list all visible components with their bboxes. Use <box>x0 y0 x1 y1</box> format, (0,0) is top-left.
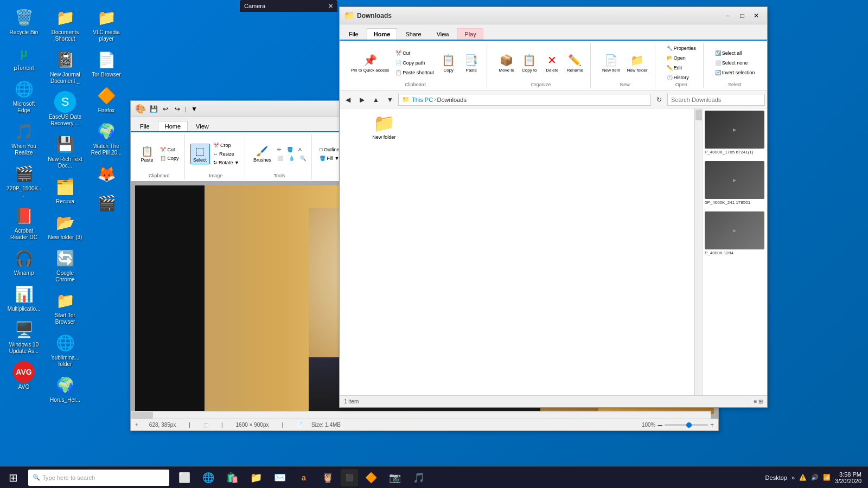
file-item-new-folder[interactable]: 📁 New folder <box>342 111 426 142</box>
text-btn[interactable]: A <box>296 146 304 153</box>
paint-tab-view[interactable]: View <box>189 121 216 131</box>
paint-tab-file[interactable]: File <box>133 121 157 131</box>
desktop-icon-720p[interactable]: 🎬 720P_1500K... <box>4 160 43 201</box>
show-desktop-chevron[interactable]: » <box>792 474 795 481</box>
paste-shortcut-btn[interactable]: 📋 Paste shortcut <box>393 68 437 77</box>
taskbar-task-view[interactable]: ⬜ <box>174 467 195 489</box>
desktop-icon-acrobat[interactable]: 📕 Acrobat Reader DC <box>4 203 43 243</box>
paint-hscroll-thumb[interactable] <box>131 412 153 419</box>
desktop-icon-edge[interactable]: 🌐 Microsoft Edge <box>4 76 43 116</box>
refresh-btn[interactable]: ↻ <box>653 94 665 106</box>
copy-btn[interactable]: 📋 Copy <box>438 52 459 74</box>
vertical-scrollbar[interactable] <box>694 108 702 395</box>
taskbar-mail[interactable]: ✉️ <box>269 467 291 489</box>
tab-share[interactable]: Share <box>398 28 428 40</box>
desktop-icon-new-journal[interactable]: 📓 New Journal Document _ <box>46 47 85 87</box>
minimize-button[interactable]: ─ <box>722 10 735 21</box>
zoom-in-btn[interactable]: + <box>710 421 714 429</box>
up-button[interactable]: ▲ <box>370 94 382 106</box>
taskbar-amazon[interactable]: a <box>293 467 315 489</box>
desktop-icon-desktop-shortcuts[interactable]: 🗂️ Recuva <box>46 174 85 207</box>
taskbar-store[interactable]: 🛍️ <box>221 467 243 489</box>
zoom-out-btn[interactable]: ─ <box>658 421 662 429</box>
move-to-btn[interactable]: 📦 Move to <box>496 52 518 74</box>
thumbnail-1[interactable]: ▶ <box>705 111 764 149</box>
desktop-icon-freefileview[interactable]: 📂 New folder (3) <box>46 209 85 243</box>
taskbar-edge[interactable]: 🌐 <box>197 467 219 489</box>
taskbar-file-explorer[interactable]: 📁 <box>245 467 267 489</box>
new-folder-btn[interactable]: 📁 New folder <box>624 52 650 74</box>
desktop-icon-tor[interactable]: 🌍 Horus_Her... <box>46 372 85 406</box>
rename-btn[interactable]: ✏️ Rename <box>564 52 586 74</box>
clock[interactable]: 3:58 PM 3/20/2020 <box>835 471 861 484</box>
open-btn[interactable]: 📂 Open <box>664 54 699 62</box>
taskbar-vlc[interactable]: 🔶 <box>360 467 382 489</box>
maximize-button[interactable]: □ <box>736 10 749 21</box>
desktop-icon-documents-shortcut[interactable]: 📁 Documents Shortcut <box>46 4 85 44</box>
taskbar-camera[interactable]: 📷 <box>384 467 406 489</box>
color-picker-btn[interactable]: 💧 <box>286 155 297 162</box>
properties-btn[interactable]: 🔧 Properties <box>664 44 699 53</box>
redo-qa-btn[interactable]: ↪ <box>172 104 183 114</box>
camera-close-btn[interactable]: ✕ <box>328 3 333 10</box>
paint-tab-home[interactable]: Home <box>158 121 188 131</box>
desktop-icon-utorrent[interactable]: μ µTorrent <box>4 40 43 74</box>
breadcrumb-this-pc[interactable]: This PC <box>412 97 433 103</box>
desktop-icon-tor-browser[interactable]: 🌍 Watch The Red Pill 20... <box>87 118 126 158</box>
select-none-btn[interactable]: ⬜ Select none <box>712 59 758 67</box>
desktop-icon-windows-update[interactable]: 🖥️ Windows 10 Update As... <box>4 317 43 357</box>
save-qa-btn[interactable]: 💾 <box>148 104 159 114</box>
desktop-icon-winamp[interactable]: 🎧 Winamp <box>4 245 43 279</box>
desktop-icon-skype[interactable]: S EaseUS Data Recovery ... <box>46 89 85 129</box>
recent-btn[interactable]: ▼ <box>384 94 396 106</box>
select-btn[interactable]: ⬚ Select <box>190 144 210 164</box>
edit-btn[interactable]: ✏️ Edit <box>664 63 699 72</box>
new-item-btn[interactable]: 📄 New item <box>599 52 623 74</box>
fill-btn[interactable]: 🪣 <box>285 146 295 153</box>
qa-dropdown[interactable]: ▼ <box>189 104 200 114</box>
select-all-btn[interactable]: ☑️ Select all <box>712 49 758 57</box>
pin-to-quick-btn[interactable]: 📌 Pin to Quick access <box>348 52 392 74</box>
desktop-icon-recuva[interactable]: 🔄 Google Chrome <box>46 245 85 285</box>
close-button[interactable]: ✕ <box>750 10 763 21</box>
breadcrumb-downloads[interactable]: Downloads <box>437 97 466 103</box>
taskbar-search-box[interactable]: 🔍 Type here to search <box>28 470 169 486</box>
brushes-btn[interactable]: 🖌️ Brushes <box>251 144 274 164</box>
eraser-btn[interactable]: ⬜ <box>275 155 285 162</box>
search-input[interactable] <box>667 94 765 106</box>
taskbar-tripadvisor[interactable]: 🦉 <box>317 467 339 489</box>
desktop-icon-multiplication[interactable]: 📊 Multiplicatio... <box>4 281 43 314</box>
back-button[interactable]: ◀ <box>342 94 354 106</box>
crop-btn[interactable]: ✂️ Crop <box>211 142 241 149</box>
invert-selection-btn[interactable]: 🔄 Invert selection <box>712 68 758 77</box>
paint-copy-btn[interactable]: 📋 Copy <box>158 155 181 162</box>
desktop-icon-horus[interactable]: 📄 Tor Browser <box>87 47 126 80</box>
delete-btn[interactable]: ✕ Delete <box>541 52 563 74</box>
desktop-icon-easeus[interactable]: 💾 New Rich Text Doc... <box>46 131 85 171</box>
zoom-slider[interactable] <box>665 424 708 426</box>
tab-view[interactable]: View <box>430 28 457 40</box>
paint-cut-btn[interactable]: ✂️ Cut <box>158 146 181 153</box>
desktop-icon-chrome[interactable]: 🌐 'sublimina... folder <box>46 330 85 370</box>
desktop-icon-when-you-realize[interactable]: 🎵 When You Realize <box>4 118 43 158</box>
rotate-btn[interactable]: ↻ Rotate ▼ <box>211 159 241 166</box>
copy-path-btn[interactable]: 📄 Copy path <box>393 59 437 67</box>
copy-to-btn[interactable]: 📋 Copy to <box>519 52 540 74</box>
paint-paste-btn[interactable]: 📋 Paste <box>137 144 157 164</box>
desktop-icon-avg[interactable]: AVG AVG <box>4 359 43 393</box>
resize-btn[interactable]: ↔ Resize <box>211 150 241 158</box>
desktop-icon-watch-red-pill[interactable]: 🎬 <box>87 190 126 217</box>
taskbar-misc2[interactable]: 🎵 <box>408 467 430 489</box>
magnifier-btn[interactable]: 🔍 <box>298 155 308 162</box>
history-btn[interactable]: 🕐 History <box>664 73 699 82</box>
undo-qa-btn[interactable]: ↩ <box>160 104 171 114</box>
paint-hscroll[interactable] <box>131 411 711 419</box>
taskbar-misc1[interactable]: ⬛ <box>341 469 358 486</box>
cut-btn[interactable]: ✂️ Cut <box>393 49 437 57</box>
desktop-icon-subliminal[interactable]: 📁 VLC media player <box>87 4 126 44</box>
tab-file[interactable]: File <box>342 28 366 40</box>
desktop-icon-recycle-bin[interactable]: 🗑️ Recycle Bin <box>4 4 43 38</box>
desktop-icon-firefox[interactable]: 🦊 <box>87 160 126 188</box>
desktop-icon-vlc[interactable]: 🔶 Firefox <box>87 82 126 116</box>
desktop-icon-new-folder-3[interactable]: 📁 Start Tor Browser <box>46 287 85 328</box>
